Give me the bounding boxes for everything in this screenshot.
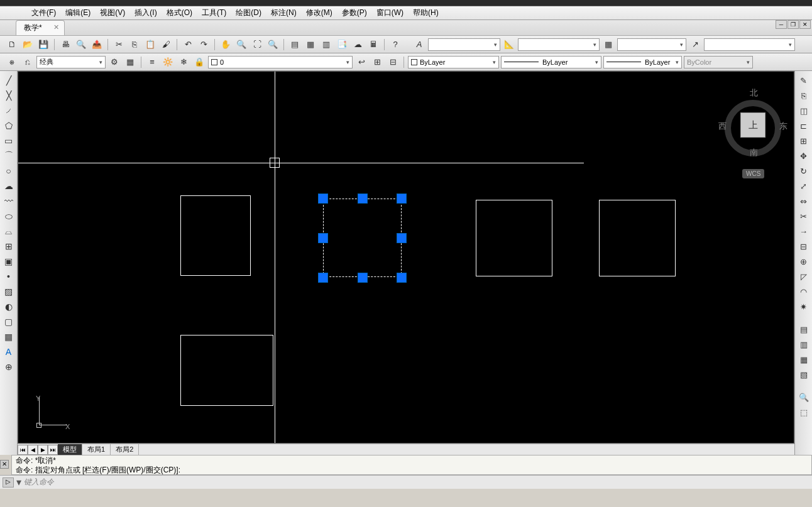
model-viewport[interactable]: 上 北 南 东 西 WCS Y X (18, 71, 794, 444)
make-block-icon[interactable]: ▣ (2, 254, 16, 268)
break-icon[interactable]: ⊟ (797, 239, 811, 253)
rectangle-icon[interactable]: ▭ (2, 134, 16, 148)
workspace-dropdown[interactable]: 经典 (36, 56, 106, 68)
design-center-icon[interactable]: ▦ (304, 38, 317, 52)
properties-icon[interactable]: ▤ (288, 38, 302, 52)
tool-palette-icon[interactable]: ▥ (319, 38, 333, 52)
point-icon[interactable]: • (2, 270, 16, 283)
cmd-prompt-icon[interactable]: ▷ (3, 477, 14, 488)
new-icon[interactable]: 🗋 (5, 38, 19, 52)
rect-object-5[interactable] (180, 335, 273, 406)
layer-match-icon[interactable]: ⊟ (386, 55, 400, 69)
layer-prev-icon[interactable]: ↩ (354, 55, 368, 69)
open-icon[interactable]: 📂 (21, 38, 35, 52)
gradient-icon[interactable]: ◐ (2, 300, 16, 313)
trim-icon[interactable]: ✂ (797, 209, 811, 223)
menu-view[interactable]: 视图(V) (100, 8, 125, 18)
ws-save-icon[interactable]: ⎈ (5, 55, 19, 69)
tab-next-icon[interactable]: ▶ (38, 445, 48, 455)
layer-manager-icon[interactable]: ≡ (145, 55, 159, 69)
color-dropdown[interactable]: ByLayer (408, 56, 499, 68)
model-tab[interactable]: 模型 (58, 444, 82, 455)
restore-button[interactable]: ❐ (787, 20, 799, 29)
menu-dimension[interactable]: 标注(N) (271, 8, 297, 18)
layer-lock-icon[interactable]: 🔒 (192, 55, 206, 69)
markup-icon[interactable]: ☁ (351, 38, 365, 52)
table-icon[interactable]: ▦ (2, 330, 16, 344)
plot-style-dropdown[interactable]: ByColor (684, 56, 753, 68)
menu-tools[interactable]: 工具(T) (202, 8, 226, 18)
publish-icon[interactable]: 📤 (90, 38, 104, 52)
grip-mr[interactable] (397, 233, 407, 243)
ws-options-icon[interactable]: ▦ (123, 55, 137, 69)
grip-br[interactable] (397, 273, 407, 283)
redo-icon[interactable]: ↷ (197, 38, 211, 52)
viewcube[interactable]: 上 北 南 东 西 WCS (718, 78, 787, 178)
preview-icon[interactable]: 🔍 (74, 38, 88, 52)
menu-insert[interactable]: 插入(I) (134, 8, 156, 18)
revcloud-icon[interactable]: ☁ (2, 179, 16, 193)
ellipse-arc-icon[interactable]: ⌓ (2, 224, 16, 238)
print-icon[interactable]: 🖶 (58, 38, 72, 52)
pline-icon[interactable]: ⟋ (2, 104, 16, 117)
find-icon[interactable]: 🔍 (797, 390, 811, 404)
menu-edit[interactable]: 编辑(E) (65, 8, 91, 18)
erase-icon[interactable]: ✎ (797, 74, 811, 87)
xline-icon[interactable]: ╳ (2, 89, 16, 102)
rect-object-4[interactable] (599, 200, 676, 276)
dim-style-icon[interactable]: 📐 (502, 38, 516, 52)
mirror-icon[interactable]: ◫ (797, 104, 811, 117)
close-icon[interactable]: ✕ (53, 23, 59, 31)
tab-last-icon[interactable]: ⏭ (48, 445, 58, 455)
draworder4-icon[interactable]: ▧ (797, 368, 811, 381)
sheet-set-icon[interactable]: 📑 (335, 38, 349, 52)
viewcube-top-face[interactable]: 上 (740, 112, 765, 138)
cmd-close-icon[interactable]: ✕ (0, 460, 9, 469)
move-icon[interactable]: ✥ (797, 149, 811, 163)
ellipse-icon[interactable]: ⬭ (2, 209, 16, 223)
join-icon[interactable]: ⊕ (797, 254, 811, 268)
grip-tm[interactable] (358, 194, 368, 204)
viewcube-south[interactable]: 南 (750, 147, 758, 158)
tab-prev-icon[interactable]: ◀ (28, 445, 38, 455)
pan-icon[interactable]: ✋ (219, 38, 233, 52)
copy-icon[interactable]: ⎘ (128, 38, 141, 52)
addselected-icon[interactable]: ⊕ (2, 360, 16, 374)
fillet-icon[interactable]: ◠ (797, 285, 811, 298)
viewcube-north[interactable]: 北 (750, 87, 758, 99)
arc-icon[interactable]: ⌒ (2, 149, 16, 163)
wcs-badge[interactable]: WCS (742, 169, 764, 178)
array-icon[interactable]: ⊞ (797, 134, 811, 148)
table-style-dropdown[interactable] (617, 38, 686, 51)
close-button[interactable]: ✕ (799, 20, 811, 29)
minimize-button[interactable]: ─ (776, 20, 787, 29)
match-icon[interactable]: 🖌 (159, 38, 173, 52)
menu-file[interactable]: 文件(F) (31, 8, 56, 18)
circle-icon[interactable]: ○ (2, 164, 16, 178)
chamfer-icon[interactable]: ◸ (797, 270, 811, 283)
command-history[interactable]: 命令: *取消* 命令: 指定对角点或 [栏选(F)/圈围(WP)/圈交(CP)… (11, 455, 812, 475)
layer-dropdown[interactable]: 0 (208, 56, 353, 68)
menu-format[interactable]: 格式(O) (167, 8, 192, 18)
ws-switch-icon[interactable]: ⎌ (21, 55, 35, 69)
layout1-tab[interactable]: 布局1 (82, 444, 111, 455)
doc-tab-active[interactable]: 教学* ✕ (16, 20, 65, 35)
mleader-style-dropdown[interactable] (704, 38, 795, 51)
layer-freeze-icon[interactable]: ❄ (177, 55, 190, 69)
menu-window[interactable]: 窗口(W) (376, 8, 403, 18)
grip-tr[interactable] (397, 194, 407, 204)
table-style-icon[interactable]: ▦ (601, 38, 615, 52)
rect-object-3[interactable] (476, 200, 552, 276)
select-icon[interactable]: ⬚ (797, 405, 811, 419)
grip-bl[interactable] (318, 273, 328, 283)
draworder3-icon[interactable]: ▦ (797, 352, 811, 366)
rect-object-1[interactable] (180, 195, 251, 276)
text-style-icon[interactable]: A (412, 38, 426, 52)
grip-tl[interactable] (318, 194, 328, 204)
line-icon[interactable]: ╱ (2, 74, 16, 87)
mleader-style-icon[interactable]: ↗ (688, 38, 702, 52)
undo-icon[interactable]: ↶ (181, 38, 195, 52)
lineweight-dropdown[interactable]: ByLayer (603, 56, 682, 68)
copy-obj-icon[interactable]: ⎘ (797, 89, 811, 102)
draworder-icon[interactable]: ▤ (797, 322, 811, 336)
